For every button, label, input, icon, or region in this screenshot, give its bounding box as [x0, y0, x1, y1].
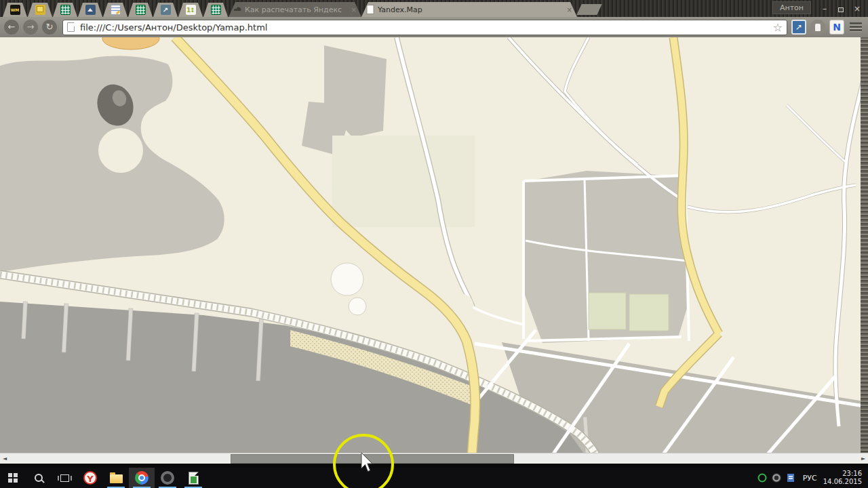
hand-blocker-icon[interactable] — [810, 20, 825, 35]
map-plaza — [98, 128, 143, 173]
pinned-tab[interactable] — [3, 3, 27, 17]
taskbar-task-view-button[interactable] — [52, 468, 77, 488]
pinned-tabs — [3, 3, 229, 17]
chrome-icon — [135, 471, 149, 485]
minimize-button[interactable]: – — [816, 3, 833, 14]
nimbus-n-icon[interactable]: N — [829, 20, 844, 35]
scroll-left-icon[interactable]: ◄ — [0, 453, 9, 464]
taskbar-apps: Y — [0, 468, 206, 488]
taskbar-yandex-browser-button[interactable]: Y — [77, 468, 103, 488]
map-plaza — [452, 294, 473, 316]
taskbar-clock[interactable]: 23:16 14.06.2015 — [823, 470, 865, 486]
window-edge-artifact — [861, 37, 868, 464]
map-plaza — [331, 263, 363, 296]
clock-date: 14.06.2015 — [823, 478, 862, 486]
browser-toolbar: ← → ↻ file:///C:/Users/Антон/Desktop/Yam… — [0, 17, 868, 37]
task-view-icon — [60, 474, 69, 482]
scroll-right-icon[interactable]: ► — [859, 453, 868, 464]
green-document-icon — [189, 472, 199, 485]
forward-button[interactable]: → — [23, 20, 38, 35]
page-icon — [67, 22, 75, 32]
scrollbar-thumb[interactable] — [231, 454, 514, 464]
spreadsheet-icon — [60, 5, 71, 15]
back-button[interactable]: ← — [4, 20, 19, 35]
search-icon — [35, 474, 43, 482]
windows-taskbar: Y РУС 23:16 14.06.2015 — [0, 468, 868, 488]
map-field — [332, 136, 475, 227]
url-text[interactable]: file:///C:/Users/Антон/Desktop/Yamap.htm… — [80, 22, 769, 33]
tab-favicon — [233, 5, 241, 14]
image-icon — [85, 5, 96, 15]
pinned-tab[interactable] — [203, 3, 228, 17]
map-plaza — [349, 298, 366, 315]
diagonal-arrow-icon — [161, 5, 171, 15]
folders-icon — [35, 5, 45, 15]
taskbar-chrome-button[interactable] — [129, 468, 155, 488]
address-bar[interactable]: file:///C:/Users/Антон/Desktop/Yamap.htm… — [62, 20, 787, 35]
map-sport-field — [629, 294, 669, 331]
tab-yandex-map[interactable]: Yandex.Map × — [361, 2, 577, 17]
system-tray: РУС 23:16 14.06.2015 — [757, 470, 868, 486]
close-button[interactable]: × — [849, 3, 865, 14]
record-ring-icon[interactable] — [771, 472, 783, 484]
hidden-green-circle-icon[interactable] — [757, 472, 768, 484]
sort-number-icon — [186, 5, 196, 15]
new-tab-button[interactable] — [576, 4, 601, 15]
tab-close-icon[interactable]: × — [351, 6, 357, 14]
profile-button[interactable]: Антон — [772, 1, 811, 14]
open-in-app-icon[interactable]: ↗ — [791, 20, 806, 35]
pinned-tab[interactable] — [78, 3, 102, 17]
page-content: ◄ ► — [0, 37, 868, 464]
restore-button[interactable] — [833, 3, 849, 14]
spreadsheet-icon — [211, 5, 221, 15]
yandex-map[interactable] — [0, 37, 868, 464]
pinned-tab[interactable] — [178, 3, 203, 17]
map-sport-field — [589, 293, 626, 329]
notes-icon[interactable] — [785, 472, 797, 484]
screen-recorder-icon — [161, 471, 174, 485]
taskbar-start-button[interactable] — [0, 468, 26, 488]
pinned-tab[interactable] — [153, 3, 178, 17]
taskbar-screen-recorder-button[interactable] — [155, 468, 180, 488]
pinned-tab[interactable] — [28, 3, 52, 17]
chrome-menu-icon[interactable] — [850, 22, 862, 32]
clock-time: 23:16 — [823, 470, 862, 478]
tab-print-yandex[interactable]: Как распечатать Яндекс × — [229, 2, 361, 17]
taskbar-file-explorer-button[interactable] — [103, 468, 129, 488]
spreadsheet-icon — [136, 5, 146, 15]
pinned-tab[interactable] — [103, 3, 127, 17]
pinned-tab[interactable] — [53, 3, 77, 17]
refresh-button[interactable]: ↻ — [42, 20, 57, 35]
webmoney-icon — [10, 5, 20, 15]
file-explorer-icon — [110, 474, 123, 483]
browser-tabstrip: Как распечатать Яндекс × Yandex.Map × Ан… — [0, 0, 868, 17]
tab-title: Как распечатать Яндекс — [245, 5, 342, 14]
screen: Как распечатать Яндекс × Yandex.Map × Ан… — [0, 0, 868, 488]
taskbar-green-document-button[interactable] — [180, 468, 206, 488]
tab-close-icon[interactable]: × — [567, 6, 572, 14]
window-controls: – × — [816, 3, 865, 14]
tab-favicon — [366, 5, 374, 14]
taskbar-search-button[interactable] — [26, 468, 52, 488]
yandex-browser-icon: Y — [83, 471, 97, 485]
edit-page-icon — [111, 5, 121, 15]
language-indicator[interactable]: РУС — [800, 474, 821, 483]
bookmark-star-icon[interactable]: ☆ — [773, 21, 783, 34]
start-icon — [8, 473, 18, 483]
tab-title: Yandex.Map — [378, 5, 422, 14]
pinned-tab[interactable] — [128, 3, 153, 17]
horizontal-scrollbar[interactable]: ◄ ► — [0, 453, 868, 464]
